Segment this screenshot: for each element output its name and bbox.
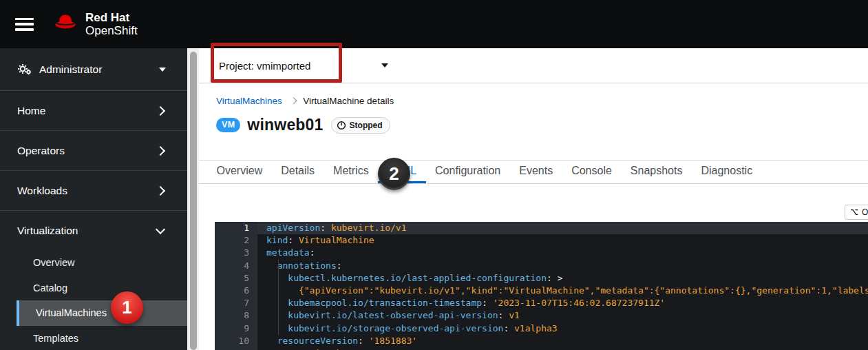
- sidebar-item-operators[interactable]: Operators: [0, 131, 187, 171]
- indent-guide: [278, 260, 279, 335]
- sidebar-item-label: Home: [17, 105, 45, 117]
- chevron-right-icon: [156, 145, 165, 155]
- power-off-icon: [337, 121, 346, 130]
- brand-product: OpenShift: [85, 24, 138, 37]
- yaml-editor-lines: 1apiVersion: kubevirt.io/v12kind: Virtua…: [215, 222, 868, 350]
- chevron-down-icon: [156, 224, 165, 234]
- sidebar-item-virtualization[interactable]: Virtualization: [0, 211, 187, 250]
- redhat-openshift-logo: Red Hat OpenShift: [52, 11, 138, 37]
- chevron-down-icon: [381, 63, 388, 68]
- openshift-console: Red Hat OpenShift: [0, 0, 868, 350]
- nav-sidebar: Administrator Home Operators Workloads V…: [0, 48, 187, 350]
- brand-name: Red Hat: [85, 11, 138, 24]
- page-title: winweb01: [247, 116, 323, 134]
- chevron-right-icon: [156, 185, 165, 195]
- tab-overview[interactable]: Overview: [207, 161, 272, 183]
- chevron-down-icon: [159, 68, 166, 72]
- main-content: Project: vmimported VirtualMachines Virt…: [199, 48, 868, 350]
- sidebar-subitem-virtualmachines[interactable]: VirtualMachines: [17, 300, 187, 326]
- breadcrumb: VirtualMachines VirtualMachine details: [216, 96, 394, 106]
- breadcrumb-link-virtualmachines[interactable]: VirtualMachines: [216, 96, 282, 106]
- option-key-icon: [850, 209, 858, 216]
- editor-shortcut-hint: Op: [845, 205, 868, 220]
- tab-details[interactable]: Details: [272, 161, 324, 183]
- sidebar-item-label: Workloads: [17, 185, 67, 197]
- sidebar-subitem-label: Overview: [33, 257, 74, 268]
- vm-kind-badge: VM: [216, 118, 240, 132]
- tab-bar: Overview Details Metrics YAML Configurat…: [199, 160, 868, 184]
- tab-diagnostic[interactable]: Diagnostic: [692, 161, 762, 183]
- sidebar-subitem-label: Templates: [33, 333, 78, 344]
- tab-metrics[interactable]: Metrics: [324, 161, 379, 183]
- perspective-switcher[interactable]: Administrator: [0, 48, 187, 91]
- yaml-editor[interactable]: 1apiVersion: kubevirt.io/v12kind: Virtua…: [215, 222, 868, 350]
- annotation-step-1: 1: [111, 291, 143, 324]
- perspective-label: Administrator: [39, 63, 102, 76]
- status-label: Stopped: [350, 121, 383, 130]
- masthead: Red Hat OpenShift: [0, 0, 868, 48]
- sidebar-subitem-overview[interactable]: Overview: [0, 250, 187, 276]
- redhat-fedora-icon: [52, 13, 79, 35]
- breadcrumb-current: VirtualMachine details: [303, 96, 394, 106]
- sidebar-scrollbar-track: [187, 48, 199, 350]
- tab-console[interactable]: Console: [562, 161, 622, 183]
- status-badge: Stopped: [331, 117, 390, 134]
- sidebar-subitem-catalog[interactable]: Catalog: [0, 276, 187, 301]
- tab-snapshots[interactable]: Snapshots: [621, 161, 692, 183]
- chevron-right-icon: [290, 98, 296, 104]
- annotation-highlight-box: [211, 43, 342, 83]
- annotation-step-2: 2: [378, 158, 410, 190]
- shortcut-text: Op: [862, 207, 868, 217]
- sidebar-item-home[interactable]: Home: [0, 91, 187, 131]
- sidebar-item-label: Virtualization: [17, 225, 78, 237]
- sidebar-subitem-label: Catalog: [33, 282, 67, 294]
- chevron-right-icon: [156, 105, 165, 115]
- page-title-row: VM winweb01 Stopped: [216, 116, 390, 134]
- gears-icon: [17, 63, 32, 75]
- tab-configuration[interactable]: Configuration: [426, 161, 510, 183]
- sidebar-scrollbar-thumb[interactable]: [190, 52, 197, 350]
- tab-events[interactable]: Events: [510, 161, 562, 183]
- hamburger-menu-icon[interactable]: [15, 18, 34, 31]
- sidebar-item-workloads[interactable]: Workloads: [0, 171, 187, 211]
- sidebar-subitem-templates[interactable]: Templates: [0, 326, 187, 350]
- sidebar-subitem-label: VirtualMachines: [36, 307, 107, 318]
- sidebar-item-label: Operators: [17, 145, 65, 157]
